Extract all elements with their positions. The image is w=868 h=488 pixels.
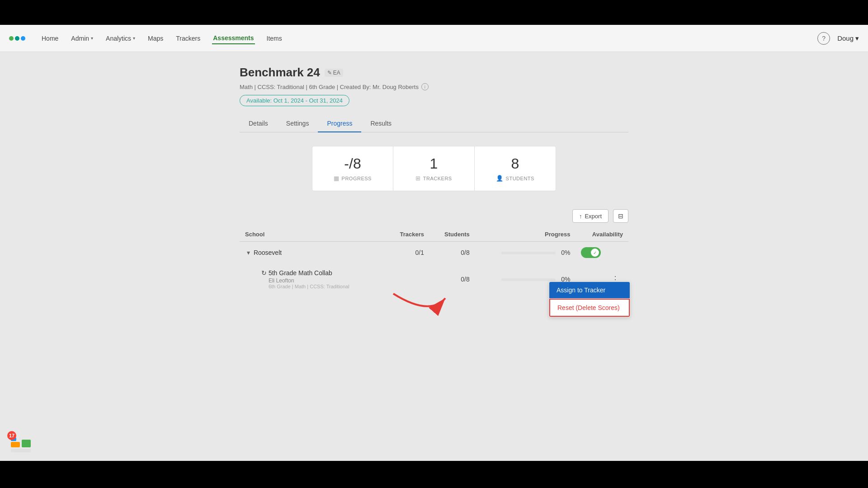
logo-dot-blue xyxy=(21,36,25,41)
school-cell: ▾ Roosevelt xyxy=(240,242,385,264)
svg-rect-4 xyxy=(11,449,31,452)
nav-label-admin: Admin xyxy=(71,35,89,42)
nav-item-maps[interactable]: Maps xyxy=(147,33,164,44)
table-header-row: School Trackers Students Progress Availa… xyxy=(240,227,628,242)
stats-row: -/8 ▦ PROGRESS 1 ⊞ TRACKERS 8 👤 STUDENTS xyxy=(240,146,628,191)
floating-widget[interactable]: 17 xyxy=(9,433,33,456)
help-button[interactable]: ? xyxy=(817,32,830,45)
stat-card-students: 8 👤 STUDENTS xyxy=(475,146,556,191)
reset-label: Reset (Delete Scores) xyxy=(557,304,620,311)
stat-card-progress: -/8 ▦ PROGRESS xyxy=(312,146,393,191)
school-name-roosevelt: Roosevelt xyxy=(254,249,282,256)
assign-label: Assign to Tracker xyxy=(557,286,605,294)
help-icon-symbol: ? xyxy=(822,35,826,42)
edit-icon: ✎ xyxy=(327,70,332,76)
nav-item-analytics[interactable]: Analytics ▾ xyxy=(105,33,136,44)
progress-pct-roosevelt: 0% xyxy=(561,249,570,256)
nav-item-trackers[interactable]: Trackers xyxy=(175,33,201,44)
admin-chevron-icon: ▾ xyxy=(91,36,93,41)
logo-dot-green xyxy=(9,36,14,41)
tracker-students-value: 0/8 xyxy=(461,276,469,283)
black-bottom-bar xyxy=(0,461,868,488)
bar-chart-icon: ▦ xyxy=(334,175,340,182)
tab-settings-label: Settings xyxy=(286,120,309,127)
col-header-students: Students xyxy=(429,227,475,242)
tab-progress-label: Progress xyxy=(327,120,352,127)
person-icon: 👤 xyxy=(496,175,504,182)
tracker-name: 5th Grade Math Collab xyxy=(269,269,349,277)
page-title: Benchmark 24 xyxy=(240,66,320,80)
logo-dot-teal xyxy=(15,36,19,41)
toggle-knob-roosevelt: ✓ xyxy=(591,249,599,257)
availability-badge: Available: Oct 1, 2024 - Oct 31, 2024 xyxy=(240,95,349,106)
trackers-value-roosevelt: 0/1 xyxy=(415,249,424,256)
tracker-details: 6th Grade | Math | CCSS: Traditional xyxy=(269,284,349,289)
nav-item-admin[interactable]: Admin ▾ xyxy=(70,33,94,44)
toggle-check-icon: ✓ xyxy=(593,250,597,255)
title-row: Benchmark 24 ✎ EA xyxy=(240,66,628,80)
columns-icon: ⊟ xyxy=(618,212,623,220)
dropdown-item-assign[interactable]: Assign to Tracker xyxy=(549,282,630,299)
availability-cell-roosevelt: ✓ xyxy=(576,242,628,264)
page-title-area: Benchmark 24 ✎ EA Math | CCSS: Tradition… xyxy=(240,66,628,106)
nav-label-maps: Maps xyxy=(148,35,163,42)
stat-label-text-progress: PROGRESS xyxy=(342,176,372,181)
context-dropdown-menu: Assign to Tracker Reset (Delete Scores) xyxy=(549,282,630,317)
stat-label-students: 👤 STUDENTS xyxy=(493,175,538,182)
subtitle-text: Math | CCSS: Traditional | 6th Grade | C… xyxy=(240,84,419,90)
progress-bar-tracker xyxy=(501,278,556,281)
analytics-chevron-icon: ▾ xyxy=(133,36,135,41)
widget-badge: 17 xyxy=(7,431,16,440)
tab-progress[interactable]: Progress xyxy=(318,115,361,132)
title-badge-text: EA xyxy=(333,70,340,76)
expand-button-roosevelt[interactable]: ▾ xyxy=(245,247,252,258)
students-cell-roosevelt: 0/8 xyxy=(429,242,475,264)
table-toolbar: ↑ Export ⊟ xyxy=(240,209,628,223)
export-icon: ↑ xyxy=(579,213,582,220)
page-subtitle: Math | CCSS: Traditional | 6th Grade | C… xyxy=(240,83,628,90)
stat-label-text-students: STUDENTS xyxy=(506,176,534,181)
columns-button[interactable]: ⊟ xyxy=(613,209,628,223)
tabs-container: Details Settings Progress Results xyxy=(240,115,628,132)
tab-details-label: Details xyxy=(249,120,268,127)
col-header-trackers: Trackers xyxy=(385,227,429,242)
students-value-roosevelt: 0/8 xyxy=(461,249,469,256)
tab-details[interactable]: Details xyxy=(240,115,277,132)
tab-results[interactable]: Results xyxy=(361,115,401,132)
info-icon[interactable]: i xyxy=(421,83,429,90)
stat-label-progress: ▦ PROGRESS xyxy=(330,175,375,182)
user-chevron-icon: ▾ xyxy=(855,34,859,42)
stat-value-progress: -/8 xyxy=(330,155,375,172)
tracker-trackers-cell xyxy=(385,264,429,295)
user-menu-button[interactable]: Doug ▾ xyxy=(837,34,859,42)
svg-rect-3 xyxy=(22,440,31,447)
dropdown-item-reset[interactable]: Reset (Delete Scores) xyxy=(549,299,630,317)
stat-label-text-trackers: TRACKERS xyxy=(423,176,452,181)
export-label: Export xyxy=(585,213,602,220)
trackers-cell-roosevelt: 0/1 xyxy=(385,242,429,264)
logo[interactable] xyxy=(9,36,25,41)
nav-item-assessments[interactable]: Assessments xyxy=(212,33,255,44)
stat-value-trackers: 1 xyxy=(411,155,456,172)
tab-results-label: Results xyxy=(370,120,392,127)
main-content: Benchmark 24 ✎ EA Math | CCSS: Tradition… xyxy=(231,52,637,331)
user-name-label: Doug xyxy=(837,34,854,42)
nav-item-home[interactable]: Home xyxy=(41,33,59,44)
progress-cell-roosevelt: 0% xyxy=(475,242,576,264)
tab-settings[interactable]: Settings xyxy=(277,115,318,132)
table-row-roosevelt: ▾ Roosevelt 0/1 0/8 0% xyxy=(240,242,628,264)
stat-card-trackers: 1 ⊞ TRACKERS xyxy=(393,146,475,191)
availability-toggle-roosevelt[interactable]: ✓ xyxy=(581,247,601,258)
tracker-teacher: Eli Leofton xyxy=(269,277,349,284)
nav-left: Home Admin ▾ Analytics ▾ Maps Trackers A… xyxy=(9,33,283,44)
nav-item-items[interactable]: Items xyxy=(266,33,283,44)
tracker-cell: ↻ 5th Grade Math Collab Eli Leofton 6th … xyxy=(240,264,385,295)
stat-value-students: 8 xyxy=(493,155,538,172)
progress-bar-roosevelt xyxy=(501,252,556,254)
export-button[interactable]: ↑ Export xyxy=(572,209,609,223)
grid-icon: ⊞ xyxy=(415,175,421,182)
availability-text: Available: Oct 1, 2024 - Oct 31, 2024 xyxy=(246,97,343,104)
tracker-students-cell: 0/8 xyxy=(429,264,475,295)
navbar: Home Admin ▾ Analytics ▾ Maps Trackers A… xyxy=(0,25,868,52)
col-header-school: School xyxy=(240,227,385,242)
